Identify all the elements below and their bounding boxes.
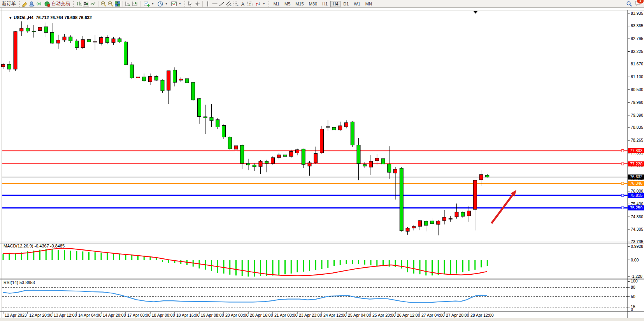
notifications-button[interactable]: 1 [635, 0, 641, 8]
template-chart-icon [171, 1, 177, 7]
rsi-indicator-label: RSI(14) 53.8653 [4, 280, 35, 285]
chevron-down-icon: ▼ [151, 2, 154, 5]
chart-shift-icon[interactable] [132, 1, 138, 7]
svg-text:74.860: 74.860 [631, 214, 643, 219]
separator [98, 1, 98, 7]
tab-timeframe-H4[interactable]: H4 [330, 1, 340, 7]
svg-text:76.632: 76.632 [630, 174, 642, 179]
svg-text:0.9928: 0.9928 [631, 244, 643, 249]
svg-text:18 Apr 00:00: 18 Apr 00:00 [152, 313, 175, 317]
svg-text:18 Apr 16:00: 18 Apr 16:00 [176, 313, 200, 317]
tab-timeframe-W1[interactable]: W1 [351, 1, 363, 7]
svg-text:27 Apr 20:00: 27 Apr 20:00 [446, 313, 469, 317]
svg-text:77.220: 77.220 [630, 161, 642, 166]
tab-timeframe-M1[interactable]: M1 [271, 1, 282, 7]
svg-text:-1.228: -1.228 [631, 274, 642, 279]
crosshair-icon[interactable] [194, 1, 200, 7]
timeframe-toolbar: M1M5M15M30H1H4D1W1MN [271, 1, 374, 7]
new-order-button[interactable]: 新订单 [1, 0, 17, 7]
svg-text:81.100: 81.100 [631, 74, 643, 79]
auto-trading-button[interactable]: 自动交易 [43, 0, 71, 7]
signal-icon[interactable] [36, 1, 42, 7]
svg-text:20 Apr 16:00: 20 Apr 16:00 [250, 313, 273, 317]
svg-text:14 Apr 04:00: 14 Apr 04:00 [78, 313, 102, 317]
svg-text:12 Apr 20:00: 12 Apr 20:00 [29, 313, 53, 317]
order-ticket-icon[interactable] [22, 1, 28, 7]
search-icon[interactable] [626, 1, 632, 7]
svg-text:21 Apr 08:00: 21 Apr 08:00 [274, 313, 298, 317]
svg-text:73.735: 73.735 [631, 239, 643, 244]
tab-timeframe-H1[interactable]: H1 [320, 1, 330, 7]
svg-text:81.670: 81.670 [631, 61, 643, 66]
arrows-tool-button[interactable]: ▼ [254, 0, 267, 7]
indicators-icon [144, 1, 150, 7]
zoom-in-icon[interactable] [100, 1, 107, 7]
svg-text:26 Apr 12:00: 26 Apr 12:00 [397, 313, 420, 317]
svg-text:F: F [237, 4, 239, 7]
toolbar-grip [19, 1, 20, 7]
svg-text:25 Apr 04:00: 25 Apr 04:00 [348, 313, 371, 317]
separator [140, 1, 140, 7]
svg-text:13 Apr 12:00: 13 Apr 12:00 [54, 313, 77, 317]
fibonacci-tool-icon[interactable]: F [233, 1, 239, 7]
toolbar-grip [73, 1, 74, 7]
separator [202, 1, 203, 7]
chevron-down-icon: ▼ [263, 2, 265, 5]
macd-indicator-label: MACD(12,26,9) -0.4367 -0.8485 [4, 244, 65, 248]
tab-timeframe-M30[interactable]: M30 [307, 1, 319, 7]
chevron-down-icon: ▼ [165, 2, 168, 5]
tile-windows-icon[interactable] [114, 1, 121, 7]
svg-text:14 Apr 20:00: 14 Apr 20:00 [103, 313, 126, 317]
text-tool-icon[interactable]: A [240, 1, 246, 7]
bar-chart-mode-icon[interactable] [76, 1, 82, 7]
collapse-icon[interactable]: ▼ [9, 16, 12, 20]
tab-timeframe-M5[interactable]: M5 [282, 1, 293, 7]
tab-timeframe-M15[interactable]: M15 [293, 1, 306, 7]
chart-symbol: USOil-,H4 [14, 15, 33, 20]
vertical-line-tool-icon[interactable] [205, 1, 211, 7]
templates-button[interactable]: ▼ [170, 0, 182, 7]
periods-button[interactable]: ▼ [156, 0, 169, 7]
svg-text:82.795: 82.795 [631, 36, 643, 41]
toolbar-right: 1 [626, 0, 643, 8]
svg-text:23 Apr 23:00: 23 Apr 23:00 [299, 313, 322, 317]
svg-text:77.803: 77.803 [630, 148, 642, 153]
svg-text:75.815: 75.815 [630, 193, 642, 198]
zoom-out-icon[interactable] [107, 1, 114, 7]
svg-text:100: 100 [631, 279, 638, 283]
cursor-icon[interactable] [187, 1, 193, 7]
toolbar-grip [268, 1, 269, 7]
svg-text:83.365: 83.365 [631, 23, 643, 28]
toolbar: 新订单 自动交易 [0, 0, 644, 8]
svg-text:A: A [241, 1, 244, 7]
svg-text:80.530: 80.530 [631, 87, 643, 92]
auto-scroll-icon[interactable] [125, 1, 131, 7]
equidistant-channel-tool-icon[interactable]: E [226, 1, 232, 7]
auto-trading-label: 自动交易 [51, 0, 70, 7]
trendline-tool-icon[interactable] [219, 1, 225, 7]
toolbar-grip [184, 1, 185, 7]
svg-text:79.390: 79.390 [631, 113, 643, 118]
svg-text:79.960: 79.960 [631, 100, 643, 105]
svg-text:19 Apr 08:00: 19 Apr 08:00 [201, 313, 224, 317]
horizontal-line-tool-icon[interactable] [212, 1, 218, 7]
svg-text:T: T [249, 2, 251, 6]
svg-text:83.935: 83.935 [631, 11, 643, 16]
svg-text:78.835: 78.835 [631, 125, 643, 130]
separator [123, 1, 123, 7]
text-label-tool-icon[interactable]: T [247, 1, 253, 7]
svg-text:25 Apr 20:00: 25 Apr 20:00 [372, 313, 396, 317]
indicators-button[interactable]: ▼ [142, 0, 155, 7]
accounts-icon[interactable] [29, 1, 35, 7]
line-chart-mode-icon[interactable] [90, 1, 96, 7]
chart-ohlc-quotes: 76.712 76.764 76.608 76.632 [36, 15, 92, 20]
chart-title: ▼USOil-,H4 76.712 76.764 76.608 76.632 [4, 11, 92, 25]
svg-text:27 Apr 04:00: 27 Apr 04:00 [421, 313, 445, 317]
svg-text:74.305: 74.305 [631, 227, 643, 232]
candlestick-mode-icon[interactable] [83, 1, 89, 7]
tab-timeframe-D1[interactable]: D1 [341, 1, 351, 7]
svg-text:76.346: 76.346 [630, 181, 642, 186]
chart-canvas[interactable]: 83.93583.36582.79582.22581.67081.10080.5… [0, 8, 644, 321]
tab-timeframe-MN[interactable]: MN [363, 1, 374, 7]
new-order-label: 新订单 [2, 0, 16, 7]
